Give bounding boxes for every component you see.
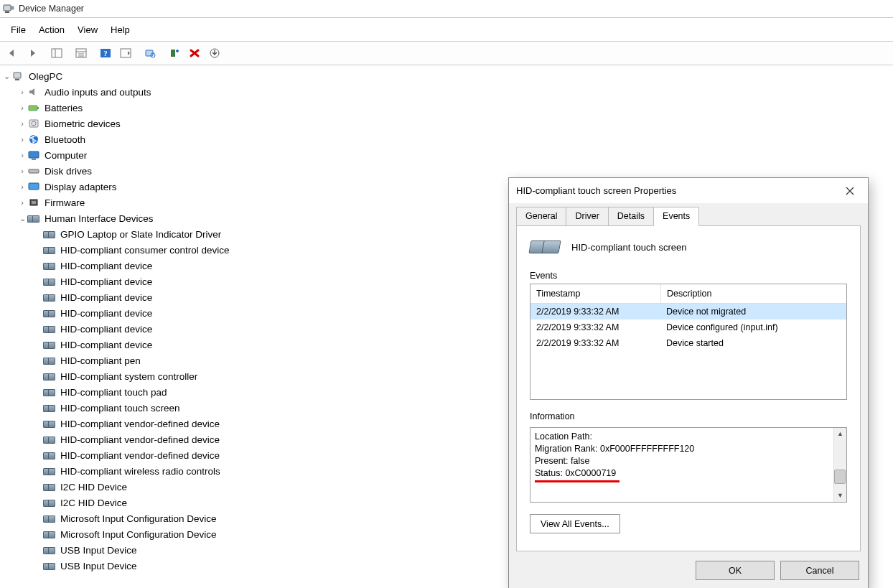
tree-category[interactable]: ›Biometric devices xyxy=(1,116,893,131)
info-scrollbar[interactable]: ▲ ▼ xyxy=(833,428,846,502)
forward-button[interactable] xyxy=(23,44,42,62)
tree-label: HID-compliant vendor-defined device xyxy=(60,450,224,461)
tree-label: Computer xyxy=(45,150,91,161)
chevron-icon[interactable]: › xyxy=(17,119,27,128)
tree-category[interactable]: ›Computer xyxy=(1,147,893,163)
device-icon xyxy=(43,339,56,350)
scroll-up-icon[interactable]: ▲ xyxy=(834,428,846,440)
device-icon xyxy=(43,386,56,398)
chevron-icon[interactable]: › xyxy=(17,135,27,144)
device-icon xyxy=(43,497,56,508)
tree-label: HID-compliant consumer control device xyxy=(60,245,234,256)
device-icon xyxy=(27,213,40,224)
uninstall-device-button[interactable] xyxy=(185,44,204,62)
dialog-titlebar[interactable]: HID-compliant touch screen Properties xyxy=(509,178,868,203)
events-list[interactable]: Timestamp Description 2/2/2019 9:33:32 A… xyxy=(530,284,847,400)
chevron-icon[interactable]: › xyxy=(17,167,27,175)
tab-general[interactable]: General xyxy=(516,207,566,226)
device-icon xyxy=(43,323,56,335)
event-timestamp: 2/2/2019 9:33:32 AM xyxy=(530,304,660,319)
menu-action[interactable]: Action xyxy=(32,22,71,37)
tree-category[interactable]: ›Batteries xyxy=(1,100,893,116)
tree-label: USB Input Device xyxy=(60,561,141,571)
tree-label: Bluetooth xyxy=(45,134,90,145)
chevron-icon[interactable]: › xyxy=(17,103,27,112)
view-all-events-button[interactable]: View All Events... xyxy=(530,514,620,533)
svg-rect-23 xyxy=(29,151,39,158)
chevron-icon[interactable]: › xyxy=(17,88,27,96)
device-icon xyxy=(43,481,56,493)
properties-button[interactable] xyxy=(72,44,90,62)
device-icon xyxy=(43,276,56,287)
chevron-icon[interactable]: ⌄ xyxy=(17,214,27,223)
information-box[interactable]: Location Path: Migration Rank: 0xF000FFF… xyxy=(530,427,847,503)
tree-label: HID-compliant device xyxy=(60,292,156,303)
tree-label: Human Interface Devices xyxy=(45,213,158,224)
tree-label: Disk drives xyxy=(45,166,96,177)
chevron-icon[interactable]: › xyxy=(17,182,27,191)
back-button[interactable] xyxy=(3,44,22,62)
column-description[interactable]: Description xyxy=(661,284,846,303)
device-icon xyxy=(43,544,56,556)
event-row[interactable]: 2/2/2019 9:33:32 AMDevice configured (in… xyxy=(530,319,846,335)
device-icon xyxy=(27,197,40,208)
tree-category[interactable]: ›Audio inputs and outputs xyxy=(1,84,893,100)
svg-rect-2 xyxy=(11,6,14,9)
tree-label: HID-compliant system controller xyxy=(60,371,202,382)
add-legacy-hardware-button[interactable] xyxy=(165,44,184,62)
close-icon[interactable] xyxy=(839,181,861,201)
ok-button[interactable]: OK xyxy=(696,561,775,580)
svg-text:?: ? xyxy=(103,49,108,57)
device-icon xyxy=(43,560,56,571)
tab-driver[interactable]: Driver xyxy=(566,207,608,226)
info-line: Present: false xyxy=(535,455,833,467)
chevron-icon[interactable]: ⌄ xyxy=(1,72,11,81)
svg-rect-28 xyxy=(32,201,36,204)
event-row[interactable]: 2/2/2019 9:33:32 AMDevice started xyxy=(530,335,846,351)
titlebar: Device Manager xyxy=(0,0,893,18)
event-description: Device not migrated xyxy=(660,304,846,319)
tree-root[interactable]: ⌄OlegPC xyxy=(1,68,893,84)
event-description: Device configured (input.inf) xyxy=(660,319,846,335)
svg-rect-18 xyxy=(29,106,37,111)
tree-category[interactable]: ›Disk drives xyxy=(1,163,893,179)
events-columns: Timestamp Description xyxy=(530,284,846,304)
tab-details[interactable]: Details xyxy=(608,207,654,226)
update-driver-button[interactable] xyxy=(205,44,224,62)
event-row[interactable]: 2/2/2019 9:33:32 AMDevice not migrated xyxy=(530,304,846,319)
chevron-icon[interactable]: › xyxy=(17,198,27,207)
menu-help[interactable]: Help xyxy=(104,22,136,37)
menu-file[interactable]: File xyxy=(4,22,32,37)
tab-events[interactable]: Events xyxy=(653,207,699,226)
device-icon xyxy=(43,528,56,540)
menu-view[interactable]: View xyxy=(71,22,104,37)
device-icon xyxy=(43,465,56,477)
device-name: HID-compliant touch screen xyxy=(571,242,686,253)
info-line: Migration Rank: 0xF000FFFFFFFFF120 xyxy=(535,443,833,455)
info-line: Status: 0xC0000719 xyxy=(535,467,833,480)
tree-label: HID-compliant device xyxy=(60,308,156,319)
scroll-thumb[interactable] xyxy=(834,470,846,484)
device-icon xyxy=(27,165,40,177)
tree-label: HID-compliant device xyxy=(60,261,156,271)
tree-label: I2C HID Device xyxy=(60,498,131,508)
tree-category[interactable]: ›Bluetooth xyxy=(1,131,893,147)
scroll-down-icon[interactable]: ▼ xyxy=(834,490,846,502)
tree-label: HID-compliant device xyxy=(60,276,156,287)
help-button[interactable]: ? xyxy=(96,44,115,62)
device-icon xyxy=(43,434,56,445)
chevron-icon[interactable]: › xyxy=(17,151,27,159)
device-icon xyxy=(43,244,56,256)
events-tab-panel: HID-compliant touch screen Events Timest… xyxy=(516,225,861,551)
show-hide-console-tree-button[interactable] xyxy=(47,44,66,62)
svg-rect-25 xyxy=(29,169,39,173)
column-timestamp[interactable]: Timestamp xyxy=(530,284,660,303)
event-timestamp: 2/2/2019 9:33:32 AM xyxy=(530,335,660,351)
tree-label: Microsoft Input Configuration Device xyxy=(60,513,221,524)
device-icon xyxy=(27,102,40,113)
scan-hardware-button[interactable] xyxy=(141,44,159,62)
tree-label: Display adapters xyxy=(45,182,121,192)
action-menu-button[interactable] xyxy=(116,44,135,62)
tree-label: GPIO Laptop or Slate Indicator Driver xyxy=(60,229,225,240)
cancel-button[interactable]: Cancel xyxy=(780,561,859,580)
